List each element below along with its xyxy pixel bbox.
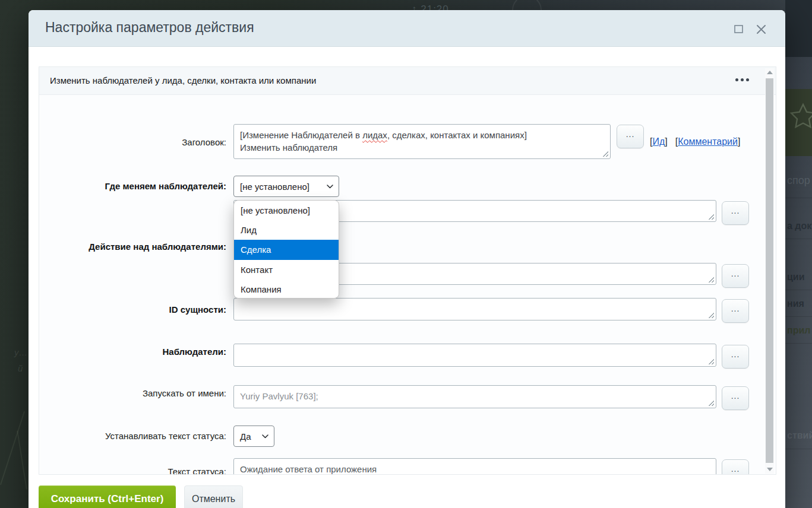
close-icon [756,24,766,34]
status-text-textarea[interactable]: Ожидание ответа от приложения [233,458,716,475]
entity-type-label: Где меняем наблюдателей: [39,180,226,192]
background-scribble: y… [14,347,28,357]
observer-action-more-button[interactable]: ... [722,264,749,288]
background-menu-fragment: ствий [787,430,812,441]
dialog-title: Настройка параметров действия [45,20,254,36]
title-textarea[interactable]: [Изменение Наблюдателей в лидах, сделках… [233,124,611,159]
insert-links: [Ид] [Комментарий] [650,136,740,147]
background-topright [785,0,812,57]
scroll-down-button[interactable] [765,465,774,474]
misspelled-word: лидах [362,130,387,140]
observer-action-label: Действие над наблюдателями: [39,241,226,253]
comment-link-wrap: [Комментарий] [675,136,741,147]
observers-more-button[interactable]: ... [722,345,749,369]
dropdown-option[interactable]: Лид [234,220,339,240]
action-form-panel: Изменить наблюдателей у лида, сделки, ко… [39,66,776,475]
id-link[interactable]: Ид [652,136,665,147]
close-button[interactable] [754,23,767,36]
background-menu-fragment: ции [787,272,805,282]
save-button[interactable]: Сохранить (Ctrl+Enter) [39,485,176,508]
dropdown-option[interactable]: Контакт [234,260,339,280]
background-menu-fragment: спор [787,174,810,187]
background-grass [0,411,25,485]
section-title: Изменить наблюдателей у лида, сделки, ко… [50,75,316,85]
resize-handle-icon[interactable] [708,312,714,318]
resize-handle-icon[interactable] [708,214,714,220]
observers-textarea[interactable] [233,344,716,367]
dot-icon [741,78,744,81]
id-link-wrap: [Ид] [650,136,668,147]
maximize-icon [734,25,743,33]
maximize-button[interactable] [732,23,745,36]
triangle-up-icon [767,71,773,74]
title-label: Заголовок: [39,136,226,148]
entity-id-label: ID сущности: [39,304,226,316]
entity-id-textarea[interactable] [233,298,716,320]
section-header: Изменить наблюдателей у лида, сделки, ко… [39,67,776,95]
background-menu: спор а доку ции ния прил ствий [785,57,812,508]
action-param-more-button[interactable]: ... [722,201,749,225]
background-menu-fragment: прил [787,325,810,336]
background-help-circle [797,7,812,34]
background-menu-fragment: а доку [787,221,812,231]
scroll-up-button[interactable] [765,68,774,77]
comment-link[interactable]: Комментарий [678,136,738,147]
form-scrollbar[interactable] [765,68,774,474]
background-scribble: й [18,363,23,373]
dot-icon [746,78,749,81]
action-settings-dialog: Настройка параметров действия Изменить н… [29,10,785,508]
background-grass [17,430,27,489]
dot-icon [735,78,738,81]
run-as-label: Запускать от имени: [39,388,226,399]
entity-id-more-button[interactable]: ... [722,299,749,323]
background-star-block [785,89,812,156]
star-icon [788,101,812,132]
resize-handle-icon[interactable] [708,358,714,364]
run-as-more-button[interactable]: ... [722,386,749,410]
dropdown-option-highlighted[interactable]: Сделка [234,240,339,259]
observers-label: Наблюдатели: [39,346,226,358]
title-more-button[interactable]: ... [617,125,644,148]
run-as-textarea[interactable]: Yuriy Pavlyuk [763]; [233,385,716,408]
section-menu-button[interactable] [735,78,749,81]
entity-type-select[interactable]: [не установлено] [233,176,339,197]
scrollbar-thumb[interactable] [766,78,773,463]
resize-handle-icon[interactable] [708,400,714,406]
set-status-select[interactable]: Да [233,426,274,447]
triangle-down-icon [767,468,773,471]
status-text-more-button[interactable]: ... [722,459,749,475]
entity-type-dropdown: [не установлено] Лид Сделка Контакт Комп… [233,200,339,299]
background-menu-fragment: ния [787,299,804,309]
dropdown-option[interactable]: [не установлено] [234,201,339,220]
set-status-label: Устанавливать текст статуса: [39,430,226,442]
chevron-down-icon [327,185,333,189]
resize-handle-icon[interactable] [708,277,714,282]
screen: ↑ 21:20 y… й спор а доку ции ния прил ст… [0,0,812,508]
chevron-down-icon [262,434,268,439]
cancel-button[interactable]: Отменить [184,485,243,508]
status-text-label: Текст статуса: [39,466,226,475]
resize-handle-icon[interactable] [602,151,608,157]
dropdown-option[interactable]: Компания [234,280,339,299]
dialog-header: Настройка параметров действия [29,10,785,47]
